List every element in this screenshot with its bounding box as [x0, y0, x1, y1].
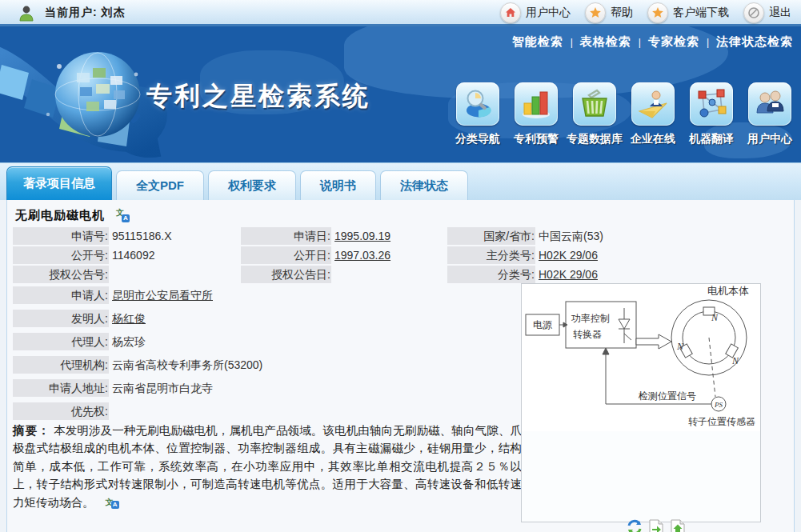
field-label: 主分类号:	[447, 246, 535, 264]
header-nav: 智能检索| 表格检索| 专家检索| 法律状态检索	[512, 34, 793, 50]
field-label: 申请日:	[241, 227, 331, 245]
client-download-label: 客户端下载	[673, 6, 729, 20]
field-value-country-province: 中国云南(53)	[539, 227, 603, 245]
app-label: 企业在线	[631, 132, 675, 146]
topbar: 当前用户: 刘杰 用户中心 帮助 客户端下载	[0, 0, 801, 26]
abstract-text: 本发明涉及一种无刷电励磁电机，属机电产品领域。该电机由轴向无刷励磁、轴向气隙、爪…	[13, 424, 522, 509]
user-center-label: 用户中心	[526, 6, 571, 20]
field-label: 分类号:	[447, 266, 535, 283]
figure-label-rotor-sensor: 转子位置传感器	[688, 416, 755, 427]
logout-button[interactable]: 退出	[740, 2, 795, 24]
tab-fulltext-pdf[interactable]: 全文PDF	[116, 170, 204, 200]
patent-title: 无刷电励磁电机	[15, 208, 105, 223]
nav-smart-search[interactable]: 智能检索	[512, 34, 563, 50]
app-label: 分类导航	[455, 132, 500, 146]
app-machine-translation[interactable]: 机器翻译	[683, 82, 739, 146]
field-value-agency: 云南省高校专利事务所(53200)	[112, 356, 262, 374]
publication-date-link[interactable]: 1997.03.26	[334, 249, 390, 262]
logout-icon	[743, 2, 764, 23]
field-value-main-class: H02K 29/06	[539, 246, 598, 264]
nav-expert-search[interactable]: 专家检索	[648, 34, 699, 50]
field-label: 公开日:	[241, 246, 331, 264]
logout-label: 退出	[769, 6, 791, 20]
field-label: 申请人地址:	[13, 379, 109, 397]
app-label: 专题数据库	[567, 132, 623, 146]
tabstrip: 著录项目信息 全文PDF 权利要求 说明书 法律状态	[0, 162, 801, 200]
figure-label-position-signal: 检测位置信号	[638, 390, 696, 402]
tab-legal-status[interactable]: 法律状态	[380, 170, 468, 200]
main-class-link[interactable]: H02K 29/06	[539, 249, 598, 262]
classification-nav-icon	[456, 82, 499, 126]
nav-separator: |	[571, 37, 573, 48]
user-center-button[interactable]: 用户中心	[497, 2, 574, 24]
figure-pole-n: N	[676, 341, 684, 352]
field-value-agent: 杨宏珍	[112, 333, 146, 350]
topic-database-icon	[573, 82, 616, 126]
header-banner: 专利之星检索系统 智能检索| 表格检索| 专家检索| 法律状态检索 分类导航	[0, 26, 801, 162]
topbar-buttons: 用户中心 帮助 客户端下载 退出	[497, 2, 795, 24]
class-link[interactable]: H02K 29/06	[539, 268, 598, 281]
tabs: 著录项目信息 全文PDF 权利要求 说明书 法律状态	[6, 166, 468, 200]
field-label: 授权公告日:	[241, 266, 331, 283]
page: 当前用户: 刘杰 用户中心 帮助 客户端下载	[0, 0, 801, 532]
figure-pole-n: N	[731, 355, 739, 366]
help-button[interactable]: 帮助	[582, 2, 636, 24]
figure-toolbar	[626, 518, 687, 532]
field-label: 申请人:	[13, 286, 109, 304]
figure-label-ps: PS	[714, 401, 723, 409]
field-value-applicant: 昆明市公安局看守所	[112, 286, 213, 304]
user-center-icon	[748, 82, 791, 126]
user-silhouette-icon	[18, 4, 35, 22]
applicant-link[interactable]: 昆明市公安局看守所	[112, 289, 213, 302]
tab-biblio-info[interactable]: 著录项目信息	[6, 166, 112, 200]
figure-pole-n: N	[711, 312, 719, 323]
field-label: 发明人:	[13, 310, 109, 327]
app-label: 用户中心	[747, 132, 792, 146]
machine-translation-icon	[690, 82, 733, 126]
figure-label-motor-body: 电机本体	[707, 285, 749, 297]
nav-table-search[interactable]: 表格检索	[580, 34, 631, 50]
field-label: 优先权:	[13, 402, 109, 420]
globe-logo	[55, 52, 140, 137]
app-label: 机器翻译	[689, 132, 734, 146]
inventor-link[interactable]: 杨红俊	[112, 312, 146, 325]
app-user-center[interactable]: 用户中心	[742, 82, 798, 146]
enterprise-online-icon	[631, 82, 675, 126]
patent-detail-panel: 无刷电励磁电机 文A 申请号: 95115186.X 申请日: 1995.09.…	[6, 200, 795, 532]
app-shortcut-row: 分类导航 专利预警	[450, 82, 798, 146]
app-enterprise-online[interactable]: 企业在线	[625, 82, 681, 146]
app-patent-warning[interactable]: 专利预警	[508, 82, 564, 146]
app-topic-database[interactable]: 专题数据库	[567, 82, 623, 146]
field-label: 公开号:	[13, 246, 109, 264]
refresh-arrows-icon[interactable]	[626, 518, 643, 532]
field-value-inventor: 杨红俊	[112, 310, 146, 327]
patent-figure: 电机本体 电源 功率控制 转换器 检测位置信号 转子位置传感器 PS N N N	[522, 284, 760, 431]
field-value-class: H02K 29/06	[539, 266, 598, 283]
tab-description[interactable]: 说明书	[300, 170, 376, 200]
abstract-paragraph: 摘要： 本发明涉及一种无刷电励磁电机，属机电产品领域。该电机由轴向无刷励磁、轴向…	[13, 422, 522, 511]
field-label: 国家/省市:	[447, 227, 535, 245]
nav-separator: |	[707, 37, 709, 48]
tab-claims[interactable]: 权利要求	[208, 170, 296, 200]
app-title: 专利之星检索系统	[146, 79, 370, 114]
field-value-application-number: 95115186.X	[112, 227, 171, 245]
field-value-applicant-address: 云南省昆明市白龙寺	[112, 379, 213, 397]
field-value-publication-number: 1146092	[112, 246, 154, 264]
export-page-up-icon[interactable]	[669, 518, 687, 532]
nav-legal-status-search[interactable]: 法律状态检索	[716, 34, 793, 50]
star-icon	[585, 2, 606, 23]
app-classification-nav[interactable]: 分类导航	[450, 82, 506, 146]
nav-separator: |	[639, 37, 641, 48]
abstract-label: 摘要：	[13, 424, 50, 437]
help-label: 帮助	[611, 6, 633, 20]
field-label: 申请号:	[13, 227, 109, 245]
translate-icon[interactable]: 文A	[106, 495, 119, 509]
application-date-link[interactable]: 1995.09.19	[334, 230, 390, 242]
figure-label-converter-2: 转换器	[573, 329, 602, 340]
field-label: 授权公告号:	[13, 266, 109, 283]
export-page-icon[interactable]	[647, 518, 665, 532]
star-icon	[647, 2, 668, 23]
client-download-button[interactable]: 客户端下载	[644, 2, 732, 24]
patent-warning-icon	[515, 82, 558, 126]
translate-icon[interactable]: 文A	[116, 209, 130, 222]
